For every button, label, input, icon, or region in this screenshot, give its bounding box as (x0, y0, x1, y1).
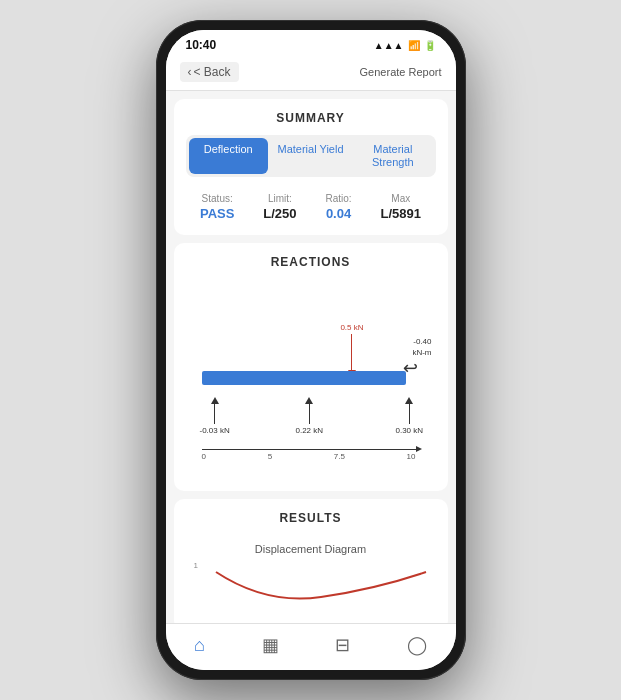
reactions-title: REACTIONS (186, 255, 436, 269)
summary-title: SUMMARY (186, 111, 436, 125)
support-right-arrowhead (405, 397, 413, 404)
reactions-section: REACTIONS 0.5 kN -0.40kN-m ↪ (174, 243, 448, 491)
scale-line: 0 5 7.5 10 (202, 449, 416, 461)
support-right-line (409, 404, 410, 424)
tab-deflection[interactable]: Deflection (189, 138, 268, 174)
support-right-label: 0.30 kN (396, 426, 424, 435)
support-middle: 0.22 kN (296, 397, 324, 435)
support-right: 0.30 kN (396, 397, 424, 435)
folder-icon: ⊟ (335, 634, 350, 656)
displacement-title: Displacement Diagram (194, 543, 428, 555)
force-label: 0.5 kN (340, 323, 363, 332)
back-chevron-icon: ‹ (188, 65, 192, 79)
tab-bar-profile[interactable]: ◯ (407, 634, 427, 656)
home-icon: ⌂ (194, 635, 205, 656)
reactions-diagram: 0.5 kN -0.40kN-m ↪ (186, 279, 436, 479)
status-pass-value: PASS (200, 206, 234, 221)
support-left-line (214, 404, 215, 424)
tab-bar: ⌂ ▦ ⊟ ◯ (166, 623, 456, 670)
support-middle-arrowhead (305, 397, 313, 404)
tab-bar-folder[interactable]: ⊟ (335, 634, 350, 656)
support-middle-line (309, 404, 310, 424)
tab-bar-home[interactable]: ⌂ (194, 635, 205, 656)
tab-bar-calculator[interactable]: ▦ (262, 634, 279, 656)
support-middle-label: 0.22 kN (296, 426, 324, 435)
scale-arrow (416, 446, 422, 452)
status-ratio-item: Ratio: 0.04 (325, 193, 351, 221)
force-line (351, 334, 352, 370)
beam-element (202, 371, 406, 385)
status-ratio-value: 0.04 (325, 206, 351, 221)
scale-5: 5 (268, 452, 272, 461)
back-button[interactable]: ‹ < Back (180, 62, 239, 82)
signal-icon: ▲▲▲ (374, 40, 404, 51)
tab-material-strength[interactable]: Material Strength (353, 138, 432, 174)
scale-7-5: 7.5 (334, 452, 345, 461)
wifi-icon: 📶 (408, 40, 420, 51)
nav-bar: ‹ < Back Generate Report (166, 56, 456, 91)
results-title: RESULTS (186, 511, 436, 525)
scale-10: 10 (407, 452, 416, 461)
scale-marks: 0 5 7.5 10 (202, 452, 416, 461)
status-bar: 10:40 ▲▲▲ 📶 🔋 (166, 30, 456, 56)
support-left-arrowhead (211, 397, 219, 404)
scale-track (202, 449, 416, 450)
status-max-item: Max L/5891 (381, 193, 421, 221)
content-area: SUMMARY Deflection Material Yield Materi… (166, 91, 456, 623)
phone-frame: 10:40 ▲▲▲ 📶 🔋 ‹ < Back Generate Report S… (156, 20, 466, 680)
battery-icon: 🔋 (424, 40, 436, 51)
summary-tabs: Deflection Material Yield Material Stren… (186, 135, 436, 177)
displacement-curve (216, 572, 426, 599)
calculator-icon: ▦ (262, 634, 279, 656)
results-inner: Displacement Diagram 1 (186, 535, 436, 619)
displacement-chart: 1 (194, 561, 428, 611)
status-time: 10:40 (186, 38, 217, 52)
support-left-label: -0.03 kN (200, 426, 230, 435)
status-limit-value: L/250 (263, 206, 296, 221)
tab-material-yield[interactable]: Material Yield (271, 138, 350, 174)
status-row: Status: PASS Limit: L/250 Ratio: 0.04 Ma… (186, 189, 436, 223)
curve-area (206, 561, 436, 611)
phone-screen: 10:40 ▲▲▲ 📶 🔋 ‹ < Back Generate Report S… (166, 30, 456, 670)
status-max-value: L/5891 (381, 206, 421, 221)
generate-report-button[interactable]: Generate Report (360, 66, 442, 78)
summary-section: SUMMARY Deflection Material Yield Materi… (174, 99, 448, 235)
status-icons: ▲▲▲ 📶 🔋 (374, 40, 436, 51)
status-limit-item: Limit: L/250 (263, 193, 296, 221)
results-section: RESULTS Displacement Diagram 1 (174, 499, 448, 623)
back-label: < Back (194, 65, 231, 79)
y-axis-label: 1 (194, 561, 198, 570)
profile-icon: ◯ (407, 634, 427, 656)
scale-0: 0 (202, 452, 206, 461)
force-arrow: 0.5 kN (340, 323, 363, 377)
moment-label: -0.40kN-m (412, 337, 431, 358)
support-left: -0.03 kN (200, 397, 230, 435)
status-pass-item: Status: PASS (200, 193, 234, 221)
displacement-svg (206, 567, 436, 605)
